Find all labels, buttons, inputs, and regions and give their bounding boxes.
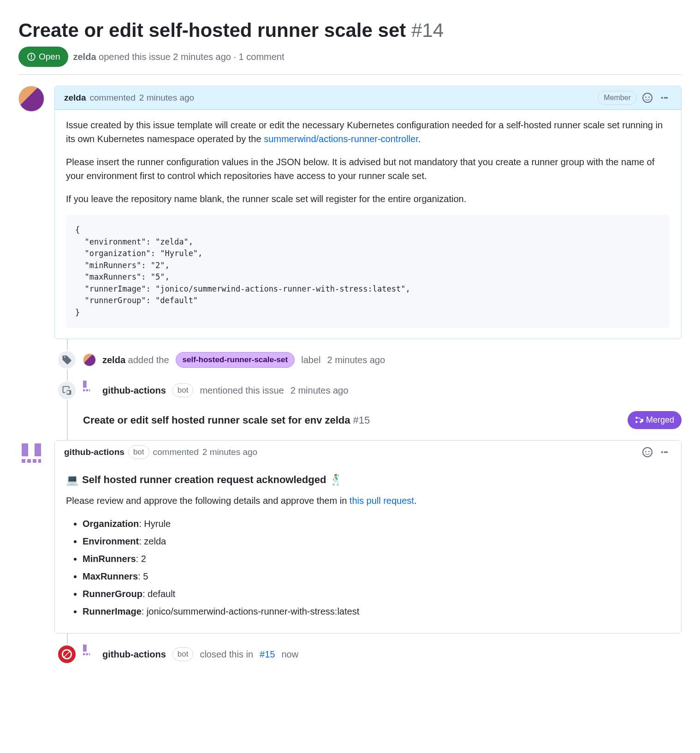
- laptop-icon: 💻: [66, 472, 78, 487]
- event-text: mentioned this issue: [200, 383, 284, 397]
- issue-title: Create or edit self-hosted runner scale …: [18, 18, 682, 43]
- comment-action: commented: [153, 446, 199, 459]
- comment-zelda: zelda commented 2 minutes ago Member Iss…: [18, 86, 682, 339]
- smiley-icon: [642, 93, 653, 103]
- ref-event-icon-badge: [57, 381, 77, 400]
- list-item: Organization: Hyrule: [83, 517, 670, 531]
- ref-row: Create or edit self hosted runner scale …: [57, 411, 682, 429]
- merged-text: Merged: [646, 414, 674, 426]
- kebab-menu-button[interactable]: [658, 445, 672, 459]
- avatar[interactable]: [18, 86, 44, 112]
- ack-heading: 💻 Self hosted runner creation request ac…: [66, 472, 670, 487]
- bot-badge: bot: [172, 383, 194, 397]
- event-time-link[interactable]: 2 minutes ago: [327, 353, 385, 367]
- comment-author-link[interactable]: github-actions: [64, 446, 125, 459]
- smiley-icon: [642, 447, 653, 457]
- state-text: Open: [39, 50, 60, 64]
- avatar-small[interactable]: [83, 648, 96, 661]
- list-item: RunnerGroup: default: [83, 587, 670, 601]
- controller-link[interactable]: summerwind/actions-runner-controller: [264, 134, 418, 144]
- pr-link[interactable]: this pull request: [350, 496, 414, 506]
- timeline-label-event: zelda added the self-hosted-runner-scale…: [57, 350, 682, 370]
- issue-number: #14: [411, 19, 444, 41]
- close-ref-link[interactable]: #15: [260, 647, 275, 661]
- close-event-icon-badge: [57, 645, 77, 664]
- timeline-close-event: github-actions bot closed this in #15 no…: [57, 645, 682, 664]
- cross-ref-icon: [62, 386, 71, 395]
- issue-opened-text: opened this issue 2 minutes ago · 1 comm…: [99, 52, 284, 62]
- comment-paragraph: Please review and approve the following …: [66, 494, 670, 508]
- comment-time-link[interactable]: 2 minutes ago: [139, 91, 194, 105]
- merge-icon: [635, 416, 643, 424]
- add-reaction-button[interactable]: [641, 91, 654, 105]
- member-badge: Member: [598, 91, 637, 105]
- event-time-link[interactable]: 2 minutes ago: [291, 383, 349, 397]
- event-author-link[interactable]: github-actions: [102, 385, 166, 395]
- comment-header: github-actions bot commented 2 minutes a…: [55, 441, 681, 464]
- comment-time-link[interactable]: 2 minutes ago: [202, 446, 257, 459]
- comment-bot: github-actions bot commented 2 minutes a…: [18, 440, 682, 633]
- issue-author-link[interactable]: zelda: [73, 52, 96, 62]
- add-reaction-button[interactable]: [641, 445, 654, 459]
- comment-action: commented: [90, 91, 136, 105]
- comment-header: zelda commented 2 minutes ago Member: [55, 86, 681, 110]
- bot-badge: bot: [172, 647, 194, 661]
- issue-title-text: Create or edit self-hosted runner scale …: [18, 19, 406, 41]
- event-author-link[interactable]: zelda: [102, 355, 125, 365]
- list-item: RunnerImage: jonico/summerwind-actions-r…: [83, 604, 670, 618]
- event-text: closed this in: [200, 647, 253, 661]
- avatar[interactable]: [18, 440, 44, 466]
- kebab-icon: [660, 447, 670, 457]
- ref-number: #15: [353, 412, 370, 428]
- label-event-icon-badge: [57, 350, 77, 370]
- comment-paragraph: If you leave the repository name blank, …: [66, 192, 670, 206]
- list-item: Environment: zelda: [83, 534, 670, 548]
- avatar-small[interactable]: [83, 353, 96, 366]
- label-chip[interactable]: self-hosted-runner-scale-set: [176, 352, 295, 368]
- avatar-small[interactable]: [83, 384, 96, 397]
- event-text: added the: [128, 355, 169, 365]
- dancing-icon: 🕺: [330, 472, 342, 487]
- merged-badge: Merged: [628, 411, 682, 429]
- code-block: { "environment": "zelda", "organization"…: [66, 215, 670, 328]
- kebab-menu-button[interactable]: [658, 91, 672, 105]
- event-time-link[interactable]: now: [281, 647, 298, 661]
- timeline-ref-event: github-actions bot mentioned this issue …: [57, 381, 682, 400]
- bot-badge: bot: [128, 445, 149, 459]
- issue-open-icon: [27, 52, 36, 61]
- state-badge: Open: [18, 47, 68, 67]
- list-item: MinRunners: 2: [83, 552, 670, 566]
- details-list: Organization: Hyrule Environment: zelda …: [66, 517, 670, 618]
- event-text: label: [301, 353, 320, 367]
- comment-author-link[interactable]: zelda: [64, 91, 86, 105]
- skip-icon: [62, 649, 72, 659]
- issue-meta: Open zelda opened this issue 2 minutes a…: [18, 47, 682, 75]
- comment-paragraph: Please insert the runner configuration v…: [66, 155, 670, 183]
- kebab-icon: [660, 93, 670, 103]
- event-author-link[interactable]: github-actions: [102, 649, 166, 659]
- tag-icon: [62, 355, 72, 365]
- list-item: MaxRunners: 5: [83, 569, 670, 583]
- comment-paragraph: Issue created by this issue template wil…: [66, 118, 670, 146]
- ref-title-link[interactable]: Create or edit self hosted runner scale …: [83, 412, 350, 428]
